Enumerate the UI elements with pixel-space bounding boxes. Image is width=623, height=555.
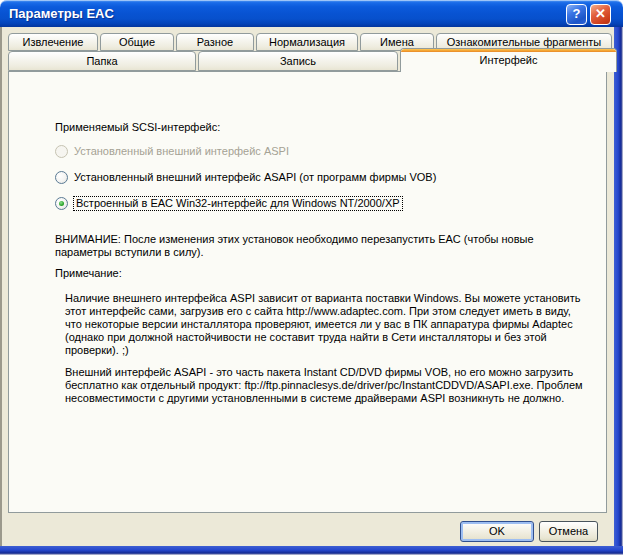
titlebar[interactable]: Параметры EAC ? ✕ bbox=[0, 0, 623, 27]
tab-folder[interactable]: Папка bbox=[8, 51, 196, 71]
tab-general[interactable]: Общие bbox=[100, 33, 174, 51]
restart-warning-text: ВНИМАНИЕ: После изменения этих установок… bbox=[55, 233, 581, 259]
radio-label-aspi: Установленный внешний интерфейс ASPI bbox=[74, 145, 289, 158]
radio-button-builtin-win32[interactable] bbox=[55, 197, 68, 210]
ok-button[interactable]: OK bbox=[460, 521, 534, 542]
tab-write[interactable]: Запись bbox=[198, 51, 398, 71]
question-icon: ? bbox=[573, 6, 581, 21]
radio-button-asapi[interactable] bbox=[55, 171, 68, 184]
eac-options-dialog: Параметры EAC ? ✕ Извлечение Общие Разно… bbox=[0, 0, 623, 555]
radio-row-aspi: Установленный внешний интерфейс ASPI bbox=[55, 145, 289, 158]
window-frame-bottom bbox=[0, 546, 623, 555]
close-icon: ✕ bbox=[595, 6, 606, 21]
scsi-interface-label: Применяемый SCSI-интерфейс: bbox=[55, 121, 220, 134]
window-frame-left bbox=[0, 27, 2, 547]
tab-strip-row2: Папка Запись Интерфейс bbox=[8, 51, 617, 71]
radio-row-asapi[interactable]: Установленный внешний интерфейс ASAPI (о… bbox=[55, 171, 436, 184]
radio-label-asapi[interactable]: Установленный внешний интерфейс ASAPI (о… bbox=[74, 171, 436, 184]
interface-tab-panel: Применяемый SCSI-интерфейс: Установленны… bbox=[8, 71, 607, 513]
tab-normalization[interactable]: Нормализация bbox=[256, 33, 358, 51]
tab-misc[interactable]: Разное bbox=[176, 33, 254, 51]
window-title: Параметры EAC bbox=[9, 6, 114, 21]
help-button[interactable]: ? bbox=[566, 4, 587, 25]
radio-button-aspi bbox=[55, 145, 68, 158]
radio-row-builtin-win32[interactable]: Встроенный в EAC Win32-интерфейс для Win… bbox=[55, 197, 402, 210]
note-asapi-text: Внешний интерфейс ASAPI - это часть паке… bbox=[65, 366, 587, 405]
cancel-button[interactable]: Отмена bbox=[539, 521, 598, 542]
tab-interface[interactable]: Интерфейс bbox=[400, 48, 617, 72]
radio-label-builtin-win32[interactable]: Встроенный в EAC Win32-интерфейс для Win… bbox=[74, 197, 402, 210]
note-aspi-text: Наличие внешнего интерфейса ASPI зависит… bbox=[65, 292, 583, 357]
close-button[interactable]: ✕ bbox=[590, 4, 611, 25]
window-frame-right bbox=[614, 27, 623, 555]
note-label: Примечание: bbox=[55, 267, 122, 280]
tab-extraction[interactable]: Извлечение bbox=[8, 33, 98, 51]
